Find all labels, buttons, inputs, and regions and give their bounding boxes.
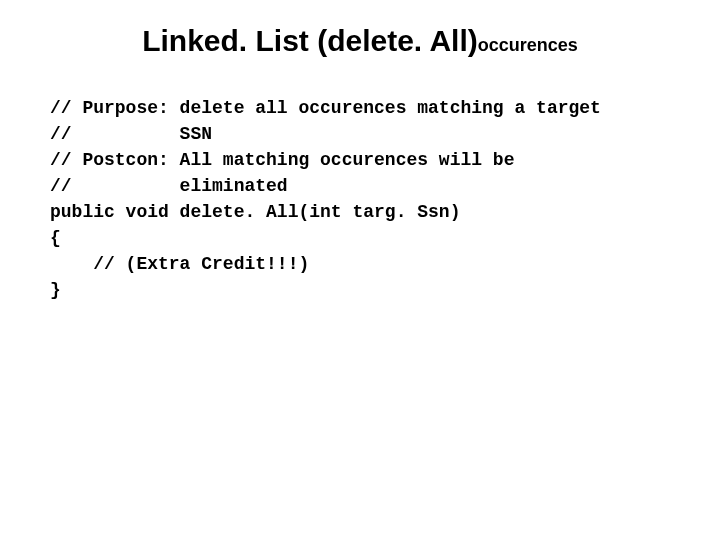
code-line: // Postcon: All matching occurences will… xyxy=(50,150,514,170)
code-line: { xyxy=(50,228,61,248)
code-line: // eliminated xyxy=(50,176,288,196)
code-line: } xyxy=(50,280,61,300)
code-line: // (Extra Credit!!!) xyxy=(50,254,309,274)
title-sub: occurences xyxy=(478,35,578,55)
code-line: // Purpose: delete all occurences matchi… xyxy=(50,98,601,118)
code-block: // Purpose: delete all occurences matchi… xyxy=(50,95,601,303)
slide-title: Linked. List (delete. All)occurences xyxy=(0,24,720,57)
slide: Linked. List (delete. All)occurences // … xyxy=(0,0,720,540)
code-line: public void delete. All(int targ. Ssn) xyxy=(50,202,460,222)
code-line: // SSN xyxy=(50,124,212,144)
title-main: Linked. List (delete. All) xyxy=(142,24,478,57)
